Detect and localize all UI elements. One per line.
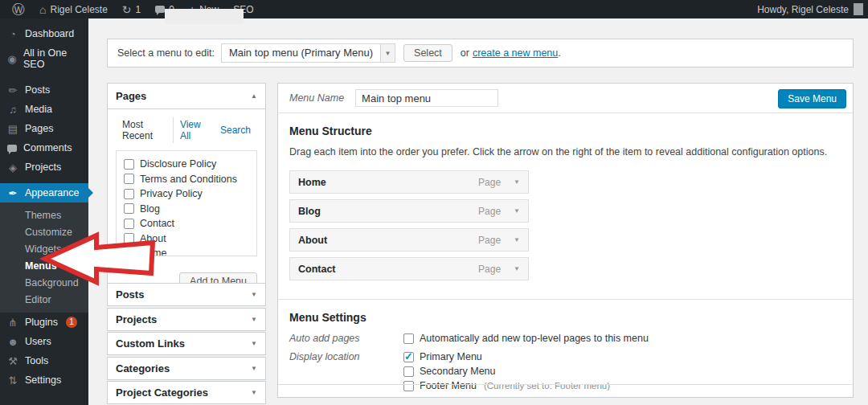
- page-checkbox-row: Home: [124, 248, 253, 256]
- projects-icon: ◈: [7, 162, 18, 173]
- submenu-item-customize[interactable]: Customize: [0, 223, 88, 240]
- chevron-down-icon[interactable]: ▼: [514, 236, 520, 243]
- checkbox-secondary-menu[interactable]: [403, 366, 414, 377]
- period-text: .: [558, 47, 560, 59]
- sidebar-item-media[interactable]: ♫ Media: [0, 100, 88, 119]
- wordpress-logo-menu[interactable]: Ⓦ: [5, 0, 32, 18]
- accordion-label: Project Categories: [116, 387, 208, 399]
- submenu-item-background[interactable]: Background: [0, 274, 88, 291]
- menu-item-label: About: [298, 235, 327, 246]
- auto-add-pages-text: Automatically add new top-level pages to…: [420, 333, 649, 344]
- updates-icon: ↻: [122, 4, 132, 15]
- chevron-down-icon: ▼: [251, 389, 257, 396]
- sidebar-item-tools[interactable]: ⚒ Tools: [0, 351, 88, 370]
- tab-search[interactable]: Search: [214, 123, 257, 137]
- sidebar-item-pages[interactable]: ▤ Pages: [0, 119, 88, 138]
- checkbox-home[interactable]: [124, 248, 134, 257]
- sidebar-item-appearance[interactable]: ✒ Appearance: [0, 183, 88, 202]
- updates-count: 1: [136, 4, 141, 15]
- checkbox-about[interactable]: [124, 233, 134, 243]
- updates-menu[interactable]: ↻ 1: [115, 0, 148, 18]
- menu-item-contact[interactable]: Contact Page ▼: [289, 257, 529, 280]
- sidebar-item-posts[interactable]: ✏ Posts: [0, 80, 88, 100]
- checkbox-auto-add-pages[interactable]: [403, 333, 414, 344]
- chevron-up-icon[interactable]: ▲: [251, 92, 257, 100]
- checkbox-primary-menu[interactable]: [403, 352, 414, 362]
- menu-item-blog[interactable]: Blog Page ▼: [289, 199, 529, 223]
- accordion-custom-links[interactable]: Custom Links ▼: [107, 332, 266, 355]
- chevron-down-icon: ▼: [251, 340, 257, 347]
- location-row-secondary: Secondary Menu: [403, 366, 841, 377]
- page-checkbox-row: Terms and Conditions: [124, 174, 253, 185]
- submenu-item-widgets[interactable]: Widgets: [0, 240, 88, 257]
- submenu-item-menus[interactable]: Menus: [0, 257, 88, 274]
- pages-panel-body: Most Recent View All Search Disclosure P…: [108, 109, 265, 264]
- admin-sidebar: ◔ Dashboard ◉ All in One SEO ✏ Posts ♫ M…: [0, 18, 88, 405]
- chevron-down-icon[interactable]: ▼: [514, 178, 520, 186]
- sidebar-item-users[interactable]: ☻ Users: [0, 332, 88, 351]
- menu-item-type: Page: [478, 177, 514, 188]
- submenu-item-themes[interactable]: Themes: [0, 207, 88, 223]
- chevron-down-icon[interactable]: ▼: [514, 207, 520, 215]
- comments-icon: [155, 6, 165, 13]
- accordion-stack: Posts ▼ Projects ▼ Custom Links ▼ Catego…: [107, 283, 266, 405]
- menu-item-home[interactable]: Home Page ▼: [289, 170, 529, 194]
- sidebar-item-dashboard[interactable]: ◔ Dashboard: [0, 24, 88, 43]
- checkbox-disclosure-policy[interactable]: [124, 159, 134, 170]
- wordpress-logo-icon: Ⓦ: [12, 3, 25, 16]
- save-menu-button[interactable]: Save Menu: [778, 89, 846, 108]
- checkbox-contact[interactable]: [124, 219, 134, 229]
- home-icon: ⌂: [39, 4, 46, 15]
- page-item-label: About: [140, 233, 166, 244]
- sidebar-item-projects[interactable]: ◈ Projects: [0, 158, 88, 177]
- accordion-categories[interactable]: Categories ▼: [107, 357, 266, 380]
- pages-tabs: Most Recent View All Search: [116, 117, 257, 143]
- menu-settings-title: Menu Settings: [289, 311, 841, 324]
- checkbox-footer-menu[interactable]: [403, 381, 414, 391]
- select-button[interactable]: Select: [403, 44, 452, 62]
- pushpin-icon: ✏: [7, 85, 18, 96]
- accordion-posts[interactable]: Posts ▼: [107, 283, 266, 306]
- select-menu-label: Select a menu to edit:: [117, 47, 215, 59]
- howdy-label[interactable]: Howdy, Rigel Celeste: [757, 4, 849, 15]
- menu-item-about[interactable]: About Page ▼: [289, 228, 529, 252]
- sidebar-item-settings[interactable]: ⇅ Settings: [0, 370, 88, 390]
- menu-structure-title: Menu Structure: [289, 125, 841, 137]
- accordion-project-categories[interactable]: Project Categories ▼: [107, 381, 266, 404]
- appearance-submenu: Themes Customize Widgets Menus Backgroun…: [0, 202, 88, 313]
- page-checkbox-row: Privacy Policy: [124, 188, 253, 199]
- site-name-menu[interactable]: ⌂ Rigel Celeste: [32, 0, 115, 18]
- sidebar-separator: [0, 177, 88, 183]
- menu-select-value: Main top menu (Primary Menu): [222, 44, 380, 62]
- sidebar-item-comments[interactable]: Comments: [0, 138, 88, 158]
- sidebar-label: Settings: [25, 374, 61, 386]
- checkbox-privacy-policy[interactable]: [124, 189, 134, 199]
- panel-footer-divider: [278, 384, 853, 385]
- select-menu-bar: Select a menu to edit: Main top menu (Pr…: [107, 39, 854, 68]
- menu-select-dropdown[interactable]: Main top menu (Primary Menu) ▼: [221, 43, 395, 63]
- tab-view-all[interactable]: View All: [174, 117, 214, 143]
- checkbox-terms-and-conditions[interactable]: [124, 174, 134, 184]
- tab-most-recent[interactable]: Most Recent: [116, 117, 174, 143]
- page-item-label: Privacy Policy: [140, 188, 203, 199]
- chevron-down-icon[interactable]: ▼: [514, 265, 520, 272]
- menu-item-type: Page: [478, 235, 514, 246]
- chevron-down-icon: ▼: [251, 291, 257, 298]
- checkbox-blog[interactable]: [124, 203, 134, 214]
- user-avatar[interactable]: [854, 3, 863, 15]
- sidebar-label: Posts: [25, 84, 50, 96]
- menu-name-input[interactable]: [355, 89, 498, 107]
- settings-sliders-icon: ⇅: [7, 375, 18, 386]
- tools-icon: ⚒: [7, 356, 18, 366]
- pages-panel-header[interactable]: Pages ▲: [108, 84, 265, 109]
- sidebar-label: Tools: [25, 355, 48, 366]
- sidebar-item-plugins[interactable]: ⋔ Plugins 1: [0, 313, 88, 332]
- sidebar-label: Users: [25, 336, 51, 347]
- page-item-label: Contact: [140, 218, 174, 229]
- sidebar-item-all-in-one-seo[interactable]: ◉ All in One SEO: [0, 43, 88, 74]
- create-new-menu-link[interactable]: create a new menu: [473, 47, 558, 59]
- submenu-item-editor[interactable]: Editor: [0, 291, 88, 308]
- page-checkbox-row: Blog: [124, 203, 253, 215]
- accordion-projects[interactable]: Projects ▼: [107, 308, 266, 331]
- page-checkbox-row: Contact: [124, 218, 253, 229]
